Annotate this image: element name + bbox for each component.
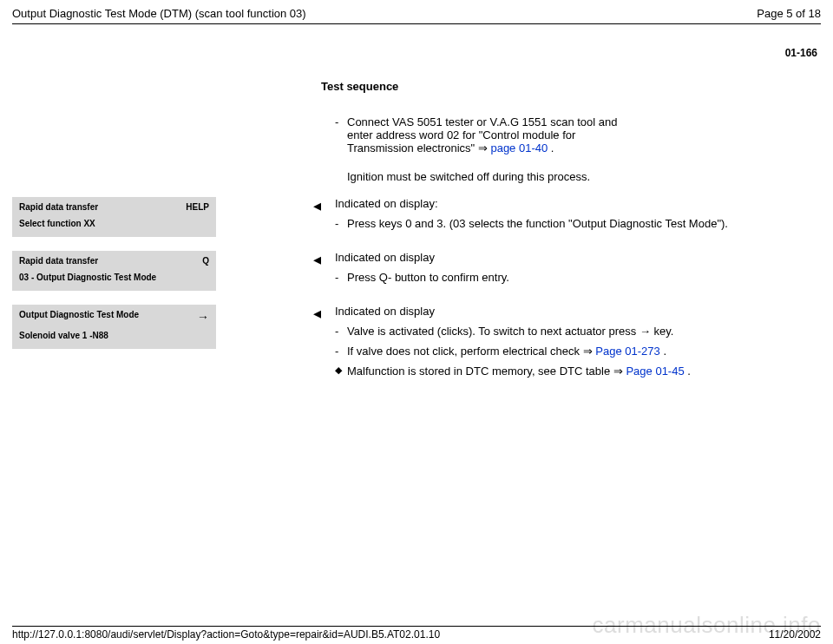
display-panel-2-wrap: Output Diagnostic Test Mode → Solenoid v…	[12, 305, 290, 349]
bullet-dash-icon: -	[335, 271, 347, 284]
intro-block: - Connect VAS 5051 tester or V.A.G 1551 …	[12, 108, 821, 183]
footer-url: http://127.0.0.1:8080/audi/servlet/Displ…	[12, 628, 440, 641]
row-2-item-1: - If valve does not click, perform elect…	[335, 345, 821, 358]
panel-line2: 03 - Output Diagnostic Test Mode	[19, 273, 209, 282]
bullet-dash-icon: -	[335, 217, 347, 230]
arrow-right-icon: →	[640, 325, 651, 338]
display-row-0: Rapid data transfer HELP Select function…	[12, 197, 821, 237]
panel-line1-right: HELP	[186, 202, 209, 212]
header-divider	[12, 23, 821, 24]
display-panel: Output Diagnostic Test Mode → Solenoid v…	[12, 305, 216, 349]
row-1-item-0: - Press Q- button to confirm entry.	[335, 271, 821, 284]
panel-line1-left: Rapid data transfer	[19, 256, 98, 266]
pointer-left-icon: ◂	[290, 251, 321, 267]
link-page-01-40[interactable]: page 01-40	[490, 141, 548, 154]
section-number: 01-166	[12, 47, 817, 59]
intro-bullet: - Connect VAS 5051 tester or V.A.G 1551 …	[335, 115, 630, 154]
display-row-2: Output Diagnostic Test Mode → Solenoid v…	[12, 305, 821, 378]
row-2-title: Indicated on display	[335, 305, 821, 318]
arrow-right-icon: →	[197, 310, 209, 324]
bullet-dash-icon: -	[335, 345, 347, 358]
page-container: Output Diagnostic Test Mode (DTM) (scan …	[0, 0, 833, 644]
intro-arrow-spacer	[290, 108, 321, 109]
row-2-item-1-text: If valve does not click, perform electri…	[347, 345, 821, 358]
display-row-1: Rapid data transfer Q 03 - Output Diagno…	[12, 251, 821, 291]
intro-text-post: .	[551, 141, 554, 154]
bullet-dash-icon: -	[335, 115, 347, 154]
bullet-diamond-icon: ◆	[335, 365, 347, 378]
row-2-text: Indicated on display - Valve is activate…	[321, 305, 821, 378]
pointer-left-icon: ◂	[290, 197, 321, 214]
panel-line1-right: Q	[202, 256, 209, 266]
intro-note: Ignition must be switched off during thi…	[347, 170, 630, 183]
row-0-title: Indicated on display:	[335, 197, 821, 210]
arrow-right-icon: ⇒	[478, 141, 488, 154]
row-2-item-2-tail: .	[687, 365, 691, 378]
link-page-01-273[interactable]: Page 01-273	[595, 345, 659, 358]
row-2-item-1-pre: If valve does not click, perform electri…	[347, 345, 583, 358]
row-2-item-0-pre: Valve is activated (clicks). To switch t…	[347, 325, 640, 338]
display-panel: Rapid data transfer Q 03 - Output Diagno…	[12, 251, 216, 291]
footer-date: 11/20/2002	[769, 628, 821, 641]
row-1-text: Indicated on display - Press Q- button t…	[321, 251, 821, 284]
row-2-item-2: ◆ Malfunction is stored in DTC memory, s…	[335, 365, 821, 378]
pointer-left-icon: ◂	[290, 305, 321, 321]
bullet-dash-icon: -	[335, 325, 347, 338]
row-2-item-0-text: Valve is activated (clicks). To switch t…	[347, 325, 821, 338]
panel-line1-left: Rapid data transfer	[19, 202, 98, 212]
panel-line2: Select function XX	[19, 219, 209, 228]
row-2-item-0: - Valve is activated (clicks). To switch…	[335, 325, 821, 338]
arrow-right-icon: ⇒	[613, 365, 623, 378]
row-1-title: Indicated on display	[335, 251, 821, 264]
row-2-item-2-text: Malfunction is stored in DTC memory, see…	[347, 365, 821, 378]
panel-line1-left: Output Diagnostic Test Mode	[19, 310, 139, 324]
panel-line2: Solenoid valve 1 -N88	[19, 331, 209, 340]
arrow-right-icon: ⇒	[583, 345, 593, 358]
page-header: Output Diagnostic Test Mode (DTM) (scan …	[12, 7, 821, 20]
intro-right: - Connect VAS 5051 tester or V.A.G 1551 …	[321, 108, 630, 183]
page-number-label: Page 5 of 18	[757, 7, 821, 20]
display-panel-1-wrap: Rapid data transfer Q 03 - Output Diagno…	[12, 251, 290, 291]
content-area: Test sequence - Connect VAS 5051 tester …	[12, 80, 821, 378]
row-2-item-2-pre: Malfunction is stored in DTC memory, see…	[347, 365, 613, 378]
section-heading: Test sequence	[321, 80, 821, 93]
display-panel-0-wrap: Rapid data transfer HELP Select function…	[12, 197, 290, 237]
row-2-item-1-tail: .	[663, 345, 666, 358]
link-page-01-45[interactable]: Page 01-45	[626, 365, 684, 378]
document-title: Output Diagnostic Test Mode (DTM) (scan …	[12, 7, 306, 20]
row-0-item-0-text: Press keys 0 and 3. (03 selects the func…	[347, 217, 821, 230]
display-panel: Rapid data transfer HELP Select function…	[12, 197, 216, 237]
row-2-item-0-tail: key.	[654, 325, 674, 338]
row-0-text: Indicated on display: - Press keys 0 and…	[321, 197, 821, 230]
row-1-item-0-text: Press Q- button to confirm entry.	[347, 271, 821, 284]
row-0-item-0: - Press keys 0 and 3. (03 selects the fu…	[335, 217, 821, 230]
intro-text: Connect VAS 5051 tester or V.A.G 1551 sc…	[347, 115, 630, 154]
page-footer: http://127.0.0.1:8080/audi/servlet/Displ…	[12, 626, 821, 641]
